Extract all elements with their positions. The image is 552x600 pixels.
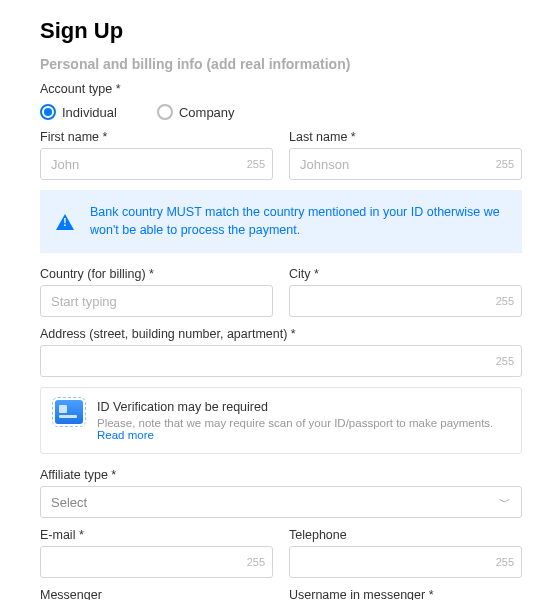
radio-unchecked-icon xyxy=(157,104,173,120)
affiliate-type-selected: Select xyxy=(51,495,87,510)
email-input[interactable] xyxy=(40,546,273,578)
messenger-label: Messenger xyxy=(40,588,273,600)
city-label: City * xyxy=(289,267,522,281)
country-input[interactable] xyxy=(40,285,273,317)
telephone-label: Telephone xyxy=(289,528,522,542)
username-label: Username in messenger * xyxy=(289,588,522,600)
last-name-input[interactable] xyxy=(289,148,522,180)
id-verification-title: ID Verification may be required xyxy=(97,400,507,414)
radio-company[interactable]: Company xyxy=(157,104,235,120)
email-label: E-mail * xyxy=(40,528,273,542)
last-name-label: Last name * xyxy=(289,130,522,144)
id-card-icon xyxy=(55,400,83,424)
warning-icon xyxy=(56,214,74,230)
telephone-input[interactable] xyxy=(289,546,522,578)
radio-company-label: Company xyxy=(179,105,235,120)
first-name-input[interactable] xyxy=(40,148,273,180)
bank-country-alert-text: Bank country MUST match the country ment… xyxy=(90,204,506,239)
address-input[interactable] xyxy=(40,345,522,377)
section-subtitle: Personal and billing info (add real info… xyxy=(40,56,522,72)
radio-checked-icon xyxy=(40,104,56,120)
id-verification-subtitle: Please, note that we may require scan of… xyxy=(97,417,493,429)
account-type-label: Account type * xyxy=(40,82,522,96)
country-label: Country (for billing) * xyxy=(40,267,273,281)
affiliate-type-label: Affiliate type * xyxy=(40,468,522,482)
radio-individual[interactable]: Individual xyxy=(40,104,117,120)
id-verification-box: ID Verification may be required Please, … xyxy=(40,387,522,454)
page-title: Sign Up xyxy=(40,18,522,44)
address-label: Address (street, building number, apartm… xyxy=(40,327,522,341)
chevron-down-icon: ﹀ xyxy=(499,494,511,511)
read-more-link[interactable]: Read more xyxy=(97,429,154,441)
affiliate-type-select[interactable]: Select ﹀ xyxy=(40,486,522,518)
first-name-label: First name * xyxy=(40,130,273,144)
city-input[interactable] xyxy=(289,285,522,317)
bank-country-alert: Bank country MUST match the country ment… xyxy=(40,190,522,253)
radio-individual-label: Individual xyxy=(62,105,117,120)
